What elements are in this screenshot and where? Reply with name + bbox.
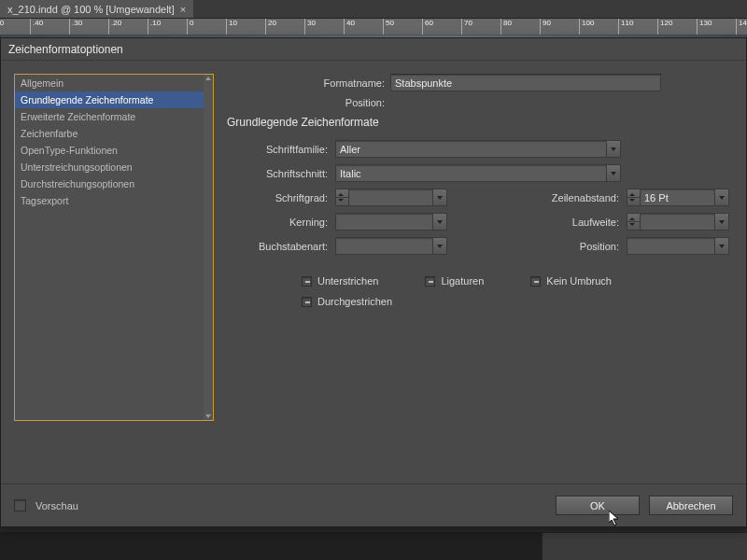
font-size-value xyxy=(348,189,432,206)
tracking-field[interactable] xyxy=(627,213,729,231)
tristate-icon xyxy=(530,276,541,287)
ruler-tick: 40 xyxy=(344,19,355,35)
format-name-input[interactable] xyxy=(390,74,661,91)
position-label: Position: xyxy=(227,97,390,108)
case-value xyxy=(335,237,432,255)
font-style-value: Italic xyxy=(335,164,606,182)
kerning-label: Kerning: xyxy=(227,217,330,228)
leading-label: Zeilenabstand: xyxy=(518,192,621,203)
case-label: Buchstabenart: xyxy=(227,241,330,252)
document-tab-bar: x_210.indd @ 100 % [Umgewandelt] × xyxy=(0,0,747,19)
ruler-tick: .20 xyxy=(108,19,121,35)
sidebar-item[interactable]: Unterstreichungsoptionen xyxy=(15,159,204,175)
ruler-tick: 110 xyxy=(618,19,633,35)
font-style-combo[interactable]: Italic xyxy=(335,164,621,182)
tristate-icon xyxy=(302,297,312,307)
chevron-down-icon[interactable] xyxy=(432,237,447,255)
character-style-options-dialog: Zeichenformatoptionen AllgemeinGrundlege… xyxy=(0,37,747,527)
ruler-tick: .40 xyxy=(30,19,43,35)
font-style-label: Schriftschnitt: xyxy=(227,168,330,179)
font-family-label: Schriftfamilie: xyxy=(227,144,330,155)
sidebar: AllgemeinGrundlegende ZeichenformateErwe… xyxy=(14,74,214,421)
dialog-footer: Vorschau OK Abbrechen xyxy=(1,483,746,526)
stepper-icon[interactable] xyxy=(627,189,640,206)
sidebar-item[interactable]: Zeichenfarbe xyxy=(15,125,204,142)
dialog-title-text: Zeichenformatoptionen xyxy=(8,43,123,56)
tracking-value xyxy=(640,213,714,231)
chevron-down-icon[interactable] xyxy=(714,237,729,255)
panel-main: Formatname: Position: Grundlegende Zeich… xyxy=(223,74,733,483)
ruler-tick: 0 xyxy=(187,19,193,35)
section-title: Grundlegende Zeichenformate xyxy=(227,112,729,140)
position2-combo[interactable] xyxy=(627,237,729,255)
sidebar-item[interactable]: OpenType-Funktionen xyxy=(15,142,204,159)
document-tab-label: x_210.indd @ 100 % [Umgewandelt] xyxy=(7,4,175,15)
ruler-tick: 90 xyxy=(540,19,551,35)
format-name-label: Formatname: xyxy=(227,77,390,89)
ligatures-tristate[interactable]: Ligaturen xyxy=(425,275,484,287)
kerning-combo[interactable] xyxy=(335,213,447,231)
kerning-value xyxy=(335,213,432,231)
font-family-combo[interactable]: Aller xyxy=(335,140,621,158)
tristate-icon xyxy=(302,276,312,287)
preview-label: Vorschau xyxy=(35,500,78,511)
ruler-tick: 130 xyxy=(697,19,712,35)
underline-tristate[interactable]: Unterstrichen xyxy=(302,275,378,287)
leading-field[interactable]: 16 Pt xyxy=(627,189,729,206)
side-panel xyxy=(542,532,747,560)
chevron-down-icon[interactable] xyxy=(432,213,447,231)
close-icon[interactable]: × xyxy=(180,4,186,15)
strikethrough-label: Durchgestrichen xyxy=(317,296,392,307)
position2-label: Position: xyxy=(518,241,621,252)
document-tab[interactable]: x_210.indd @ 100 % [Umgewandelt] × xyxy=(0,0,193,18)
ruler-tick: 80 xyxy=(500,19,512,35)
ruler-tick: 50 xyxy=(383,19,394,35)
sidebar-item[interactable]: Grundlegende Zeichenformate xyxy=(15,91,204,108)
ok-button[interactable]: OK xyxy=(556,496,640,515)
leading-value: 16 Pt xyxy=(640,189,714,206)
chevron-down-icon[interactable] xyxy=(714,213,729,231)
stepper-icon[interactable] xyxy=(627,213,640,231)
ruler-tick: 60 xyxy=(422,19,433,35)
ruler-tick: 70 xyxy=(461,19,472,35)
ligatures-label: Ligaturen xyxy=(441,275,484,287)
case-combo[interactable] xyxy=(335,237,447,255)
ruler-tick: .50 xyxy=(0,19,4,35)
tracking-label: Laufweite: xyxy=(518,217,621,228)
position2-value xyxy=(627,237,714,255)
ruler-tick: 10 xyxy=(226,19,237,35)
chevron-down-icon[interactable] xyxy=(606,164,621,182)
sidebar-scrollbar[interactable] xyxy=(204,75,213,420)
stepper-icon[interactable] xyxy=(335,189,348,206)
strikethrough-tristate[interactable]: Durchgestrichen xyxy=(302,296,392,307)
nobreak-label: Kein Umbruch xyxy=(546,275,612,287)
nobreak-tristate[interactable]: Kein Umbruch xyxy=(530,275,612,287)
chevron-down-icon[interactable] xyxy=(432,189,447,206)
sidebar-item[interactable]: Durchstreichungsoptionen xyxy=(15,175,204,192)
ruler-tick: 140 xyxy=(736,19,747,35)
horizontal-ruler: .50.40.30.20.100102030405060708090100110… xyxy=(0,19,747,35)
ruler-tick: 20 xyxy=(265,19,276,35)
ruler-tick: 30 xyxy=(304,19,316,35)
cancel-button[interactable]: Abbrechen xyxy=(649,496,733,515)
dialog-title: Zeichenformatoptionen xyxy=(1,38,746,61)
font-size-label: Schriftgrad: xyxy=(227,192,330,203)
sidebar-item[interactable]: Erweiterte Zeichenformate xyxy=(15,108,204,125)
preview-checkbox[interactable] xyxy=(14,499,26,511)
ruler-tick: .30 xyxy=(69,19,82,35)
chevron-down-icon[interactable] xyxy=(606,140,621,158)
tristate-icon xyxy=(425,276,435,287)
underline-label: Unterstrichen xyxy=(317,275,378,287)
font-size-field[interactable] xyxy=(335,189,447,206)
ruler-tick: 120 xyxy=(657,19,672,35)
sidebar-item[interactable]: Tagsexport xyxy=(15,192,204,209)
font-family-value: Aller xyxy=(335,140,606,158)
sidebar-item[interactable]: Allgemein xyxy=(15,75,204,91)
ruler-tick: 100 xyxy=(579,19,594,35)
chevron-down-icon[interactable] xyxy=(714,189,729,206)
ruler-tick: .10 xyxy=(148,19,161,35)
